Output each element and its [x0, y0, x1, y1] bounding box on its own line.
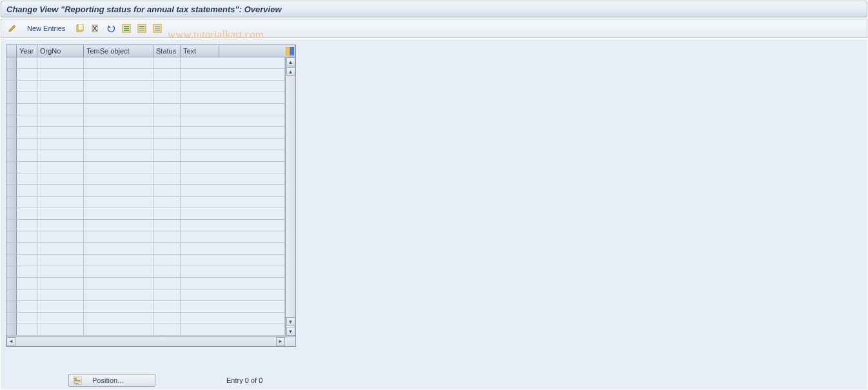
table-row[interactable] — [6, 127, 285, 139]
row-selector[interactable] — [6, 92, 17, 103]
table-row[interactable] — [6, 162, 285, 173]
table-row[interactable] — [6, 243, 285, 255]
cell-status[interactable] — [153, 57, 181, 68]
row-selector[interactable] — [6, 115, 17, 126]
cell-year[interactable] — [17, 162, 37, 173]
table-row[interactable] — [6, 278, 285, 289]
cell-temse[interactable] — [84, 289, 153, 300]
cell-text[interactable] — [181, 150, 285, 161]
cell-year[interactable] — [17, 150, 37, 161]
cell-orgno[interactable] — [37, 243, 84, 254]
cell-text[interactable] — [181, 81, 285, 92]
cell-temse[interactable] — [84, 301, 153, 312]
cell-status[interactable] — [153, 220, 181, 231]
cell-status[interactable] — [153, 289, 181, 300]
header-selector[interactable] — [6, 45, 17, 57]
cell-year[interactable] — [17, 104, 37, 115]
cell-temse[interactable] — [84, 127, 153, 138]
cell-text[interactable] — [181, 92, 285, 103]
row-selector[interactable] — [6, 231, 17, 242]
cell-temse[interactable] — [84, 278, 153, 289]
row-selector[interactable] — [6, 69, 17, 80]
table-row[interactable] — [6, 231, 285, 243]
cell-text[interactable] — [181, 301, 285, 312]
cell-orgno[interactable] — [37, 162, 84, 173]
cell-orgno[interactable] — [37, 220, 84, 231]
cell-orgno[interactable] — [37, 255, 84, 266]
cell-status[interactable] — [153, 301, 181, 312]
select-all-icon[interactable] — [121, 23, 132, 34]
cell-orgno[interactable] — [37, 81, 84, 92]
table-row[interactable] — [6, 173, 285, 185]
cell-text[interactable] — [181, 57, 285, 68]
undo-icon[interactable] — [105, 23, 117, 34]
cell-orgno[interactable] — [37, 208, 84, 219]
cell-temse[interactable] — [84, 150, 153, 161]
table-config-icon[interactable] — [285, 45, 295, 57]
cell-orgno[interactable] — [37, 197, 84, 208]
cell-text[interactable] — [181, 313, 285, 324]
cell-orgno[interactable] — [37, 104, 84, 115]
cell-orgno[interactable] — [37, 69, 84, 80]
cell-status[interactable] — [153, 173, 181, 184]
cell-orgno[interactable] — [37, 127, 84, 138]
column-header-temse[interactable]: TemSe object — [84, 45, 153, 57]
cell-orgno[interactable] — [37, 313, 84, 324]
select-block-icon[interactable] — [136, 23, 148, 34]
row-selector[interactable] — [6, 255, 17, 266]
cell-status[interactable] — [153, 185, 181, 196]
cell-status[interactable] — [153, 255, 181, 266]
cell-year[interactable] — [17, 231, 37, 242]
row-selector[interactable] — [6, 266, 17, 277]
row-selector[interactable] — [6, 208, 17, 219]
cell-orgno[interactable] — [37, 231, 84, 242]
cell-year[interactable] — [17, 115, 37, 126]
position-button[interactable]: Position... — [68, 374, 155, 387]
row-selector[interactable] — [6, 57, 17, 68]
cell-temse[interactable] — [84, 81, 153, 92]
row-selector[interactable] — [6, 324, 17, 335]
table-row[interactable] — [6, 185, 285, 197]
table-row[interactable] — [6, 220, 285, 231]
row-selector[interactable] — [6, 301, 17, 312]
table-row[interactable] — [6, 289, 285, 301]
cell-status[interactable] — [153, 324, 181, 335]
cell-orgno[interactable] — [37, 289, 84, 300]
table-row[interactable] — [6, 69, 285, 81]
row-selector[interactable] — [6, 278, 17, 289]
new-entries-button[interactable]: New Entries — [22, 24, 70, 32]
cell-year[interactable] — [17, 57, 37, 68]
cell-year[interactable] — [17, 255, 37, 266]
cell-year[interactable] — [17, 220, 37, 231]
cell-temse[interactable] — [84, 115, 153, 126]
cell-text[interactable] — [181, 231, 285, 242]
cell-year[interactable] — [17, 92, 37, 103]
edit-icon[interactable] — [6, 23, 18, 34]
cell-status[interactable] — [153, 92, 181, 103]
cell-temse[interactable] — [84, 92, 153, 103]
cell-status[interactable] — [153, 104, 181, 115]
cell-text[interactable] — [181, 255, 285, 266]
cell-year[interactable] — [17, 324, 37, 335]
table-row[interactable] — [6, 139, 285, 150]
cell-orgno[interactable] — [37, 139, 84, 150]
cell-text[interactable] — [181, 69, 285, 80]
row-selector[interactable] — [6, 104, 17, 115]
cell-text[interactable] — [181, 324, 285, 335]
row-selector[interactable] — [6, 185, 17, 196]
horizontal-scrollbar[interactable]: ◄ ► — [6, 336, 295, 346]
column-header-orgno[interactable]: OrgNo — [37, 45, 84, 57]
cell-status[interactable] — [153, 266, 181, 277]
cell-year[interactable] — [17, 289, 37, 300]
cell-year[interactable] — [17, 301, 37, 312]
cell-status[interactable] — [153, 243, 181, 254]
cell-status[interactable] — [153, 127, 181, 138]
table-row[interactable] — [6, 92, 285, 104]
cell-temse[interactable] — [84, 208, 153, 219]
cell-temse[interactable] — [84, 185, 153, 196]
column-header-text[interactable]: Text — [181, 45, 219, 57]
row-selector[interactable] — [6, 220, 17, 231]
cell-text[interactable] — [181, 139, 285, 150]
cell-year[interactable] — [17, 185, 37, 196]
scroll-up-button-2[interactable]: ▲ — [286, 67, 295, 76]
